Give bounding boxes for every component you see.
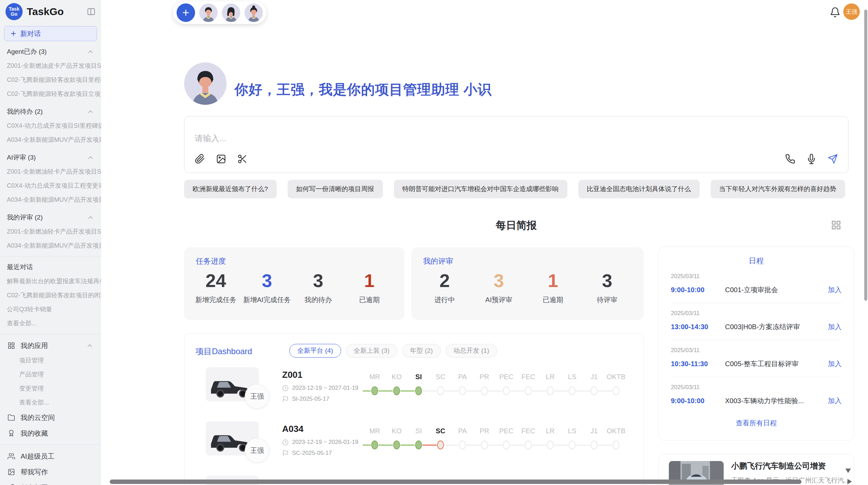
scissors-icon [237,154,248,164]
stat-row: 24新增完成任务3新增AI完成任务3我的待办1已逾期 [184,270,401,304]
vertical-scrollbar[interactable] [864,10,867,301]
new-chat-button[interactable]: 新对话 [4,26,97,41]
sidebar-item[interactable]: C02-飞腾新能源轻客改款项目里程碑画布 [0,73,101,87]
stat-cell: 1已逾期 [344,270,395,304]
sidebar-item[interactable]: A034-全新新能源MUV产品开发项目法规符合性评审 [0,193,101,207]
screenshot-button[interactable] [237,153,248,165]
sidebar-item[interactable]: C0X4-动力总成开发项目SI里程碑提交物检查 [0,119,101,133]
conversation-avatar-2[interactable] [222,3,240,22]
recent-chat-item[interactable]: 解释最新出台的欧盟报废车法规再生塑料比例被调至15%... [0,274,101,288]
app-item[interactable]: 项目管理 [0,353,101,368]
view-all-schedule-link[interactable]: 查看所有日程 [671,419,842,428]
sidebar-item[interactable]: C0X4-动力总成开发项目工程变更评审 [0,179,101,193]
add-conversation-button[interactable] [177,3,195,22]
suggestion-chip[interactable]: 当下年轻人对汽车外观有怎样的喜好趋势 [711,180,845,198]
sidebar-section-header[interactable]: Agent已办 (3) [0,45,101,59]
horizontal-scrollbar[interactable] [110,480,801,484]
milestone-dot [481,440,488,449]
sidebar-item[interactable]: A034-全新新能源MUV产品开发项目计划变更表编写 [0,133,101,147]
app-item[interactable]: 产品管理 [0,368,101,382]
microphone-icon [806,154,817,164]
milestone-dot [525,386,532,395]
sidebar-tool-image[interactable]: 帮我写作 [0,464,101,480]
milestone-label: FEC [521,427,535,435]
sidebar-link-folder[interactable]: 我的云空间 [0,410,101,425]
insert-image-button[interactable] [215,153,227,165]
my-apps-header[interactable]: 我的应用 [0,338,101,353]
schedule-item-title: X003-车辆动力学性能验... [725,396,828,406]
assistant-avatar [184,62,227,105]
chain-segment [378,390,393,391]
filter-pill[interactable]: 全新上装 (3) [346,344,398,358]
filter-pill[interactable]: 年型 (2) [402,344,441,358]
sidebar-tool-feather[interactable]: 创意制图 [0,480,101,485]
microphone-button[interactable] [806,153,817,165]
scroll-right-arrow[interactable] [847,479,852,484]
milestone-dot [503,440,510,449]
sidebar-item[interactable]: A034-全新新能源MUV产品开发项目造型可行性评审 [0,239,101,253]
join-meeting-link[interactable]: 加入 [828,396,842,406]
milestone-dot [613,440,619,449]
chain-segment [444,390,459,391]
view-all-chats-link[interactable]: 查看全部... [0,316,101,331]
conversation-avatar-3[interactable] [244,3,263,22]
stat-cell: 3新增AI完成任务 [241,270,292,304]
suggestion-chip[interactable]: 比亚迪全固态电池计划具体说了什么 [578,180,700,198]
milestone-dot [481,386,488,395]
milestone-label: SI [415,373,422,381]
chevron-up-icon[interactable] [87,214,94,221]
my-apps-label: 我的应用 [21,341,81,350]
sidebar-section-header[interactable]: 我的待办 (2) [0,104,101,119]
notifications-bell-icon[interactable] [830,7,841,18]
chevron-up-icon[interactable] [87,108,94,115]
suggestion-chip[interactable]: 如何写一份清晰的项目周报 [288,180,383,198]
filter-pill[interactable]: 动总开发 (1) [446,344,497,358]
schedule-time: 10:30-11:30 [671,360,725,368]
conversation-avatar-1[interactable] [199,3,218,22]
avatar-illustration [244,3,263,22]
layout-grid-icon[interactable] [831,220,841,230]
my-reviews-card: 我的评审2进行中3AI预评审1已逾期3待评审 [411,247,644,320]
project-date-range: 2023-12-19 ~ 2026-01-19 [292,439,358,446]
join-meeting-link[interactable]: 加入 [828,322,842,332]
stat-cell: 24新增完成任务 [190,270,241,304]
app-item[interactable]: 变更管理 [0,382,101,396]
attach-file-button[interactable] [194,153,206,165]
suggestion-chip[interactable]: 欧洲新规最近颁布了什么? [184,180,277,198]
apps-grid-icon [8,342,15,349]
greeting-text: 你好，王强，我是你的项目管理助理 小识 [234,80,492,99]
user-avatar[interactable]: 王强 [843,3,860,20]
chain-segment [400,445,415,446]
send-button[interactable] [827,153,839,165]
project-dashboard-card: 项目Dashboard 全新平台 (4)全新上装 (3)年型 (2)动总开发 (… [184,333,644,485]
recent-chat-item[interactable]: 公司Q3轻卡销量 [0,302,101,316]
avatar-illustration [199,3,218,22]
join-meeting-link[interactable]: 加入 [828,285,842,295]
scroll-down-arrow[interactable] [845,469,851,473]
voice-call-button[interactable] [784,153,796,165]
sidebar-item[interactable]: Z001-全新燃油轻卡产品开发项目SI造型提交物评审 [0,165,101,179]
chevron-up-icon[interactable] [87,48,94,55]
sidebar-item[interactable]: C02-飞腾新能源轻客改款项目立项汇报方案 [0,87,101,101]
chevron-up-icon[interactable] [87,154,94,161]
collapse-sidebar-icon[interactable] [87,7,96,16]
filter-pill[interactable]: 全新平台 (4) [289,344,341,358]
chain-segment [466,445,481,446]
sidebar-tool-users[interactable]: AI超级员工 [0,448,101,464]
join-meeting-link[interactable]: 加入 [828,359,842,369]
suggestion-chip[interactable]: 特朗普可能对进口汽车增税会对中国车企造成哪些影响 [394,180,567,198]
schedule-item-title: C003|H0B-方案冻结评审 [725,322,828,332]
project-dashboard-title: 项目Dashboard [195,346,252,357]
sidebar-link-award[interactable]: 我的收藏 [0,425,101,441]
sidebar-item[interactable]: Z001-全新燃油皮卡产品开发项目SI节点Lesson Learn报告 [0,59,101,73]
milestone-label: KO [392,427,402,435]
chevron-up-icon[interactable] [86,342,94,349]
recent-chat-item[interactable]: C02-飞腾新能源轻客改款项目的闭环通告反馈情况 [0,288,101,302]
sidebar-section-header[interactable]: AI评审 (3) [0,150,101,165]
sidebar-item[interactable]: Z001-全新燃油轻卡产品开发项目SI节点属性5D文件评审 [0,225,101,239]
phone-icon [785,154,795,164]
view-all-apps-link[interactable]: 查看全部... [0,396,101,410]
chat-input[interactable] [184,116,848,151]
sidebar-section-header[interactable]: 我的评审 (2) [0,210,101,225]
milestone-label: J1 [590,427,598,435]
